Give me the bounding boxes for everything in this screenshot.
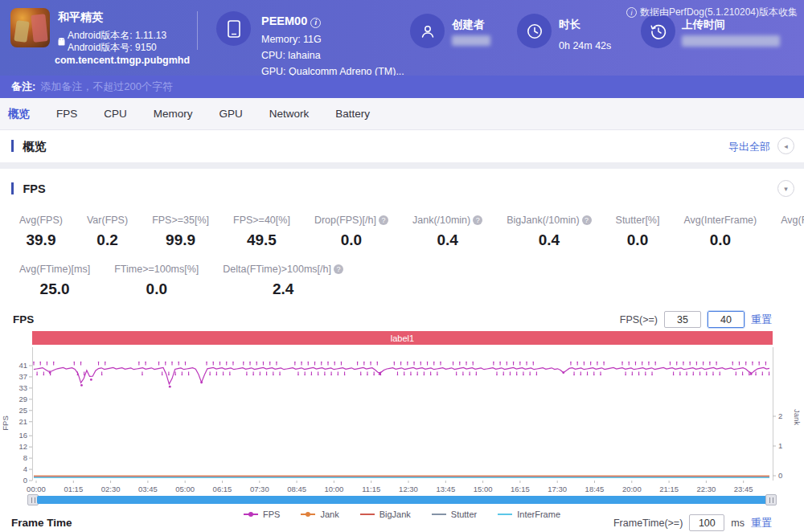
duration-label: 时长: [559, 18, 580, 32]
metric-label: FTime>=100ms[%]: [114, 264, 199, 275]
frame-time-threshold-input[interactable]: [689, 514, 724, 531]
svg-text:18:45: 18:45: [585, 485, 605, 493]
metric-value: 0.2: [87, 231, 128, 249]
info-icon[interactable]: i: [626, 7, 637, 18]
tab-0[interactable]: 概览: [8, 107, 30, 121]
help-icon[interactable]: ?: [379, 215, 388, 225]
tab-3[interactable]: Memory: [154, 108, 193, 120]
svg-text:08:45: 08:45: [287, 485, 306, 493]
help-icon[interactable]: ?: [582, 215, 592, 225]
device-info-icon[interactable]: i: [310, 18, 321, 28]
svg-text:16:15: 16:15: [511, 485, 530, 493]
svg-text:0: 0: [23, 476, 27, 485]
frame-time-unit: ms: [731, 518, 745, 529]
svg-text:8: 8: [23, 453, 27, 462]
fps-line-chart[interactable]: 0481216212529333741FPS012Jank00:0001:150…: [0, 345, 804, 494]
chart-overlay-band: label1: [32, 331, 773, 345]
overview-title-wrap: 概览: [11, 139, 46, 154]
metric-label: Drop(FPS)[/h]?: [314, 215, 388, 226]
tab-1[interactable]: FPS: [56, 108, 77, 120]
metric-cell: BigJank(/10min)?0.4: [507, 215, 591, 249]
tab-2[interactable]: CPU: [104, 108, 127, 120]
duration-icon: [517, 14, 552, 48]
tab-bar: 概览FPSCPUMemoryGPUNetworkBattery: [0, 98, 804, 130]
metric-cell: Delta(FTime)>100ms[/h]?2.4: [223, 264, 343, 298]
collect-note: i 数据由PerfDog(5.1.210204)版本收集: [626, 6, 798, 19]
header-divider: [197, 11, 198, 50]
metric-cell: Avg(FPS)39.9: [19, 215, 63, 249]
svg-text:03:45: 03:45: [138, 485, 158, 493]
metric-cell: Avg(FPS+InterFrame)39.9: [781, 215, 804, 249]
chart-overlay-label: label1: [391, 334, 414, 343]
metric-value: 99.9: [152, 231, 209, 249]
metric-value: 25.0: [19, 280, 90, 298]
help-icon[interactable]: ?: [334, 264, 343, 274]
section-gap: [0, 162, 804, 169]
upload-time-label: 上传时间: [682, 18, 725, 32]
metric-value: 0.4: [412, 231, 482, 249]
svg-text:0: 0: [778, 471, 782, 480]
metric-value: 0.0: [314, 231, 388, 249]
metric-label: BigJank(/10min)?: [507, 215, 591, 226]
creator-icon: [410, 14, 445, 48]
legend-marker: [498, 514, 512, 515]
frame-time-reset-link[interactable]: 重置: [751, 516, 772, 530]
svg-text:00:00: 00:00: [27, 485, 46, 493]
svg-text:02:30: 02:30: [101, 485, 121, 493]
metric-cell: Avg(InterFrame)0.0: [683, 215, 757, 249]
svg-text:FPS: FPS: [1, 415, 10, 430]
svg-text:06:15: 06:15: [213, 485, 232, 493]
svg-text:16: 16: [18, 431, 27, 440]
fps-section-header: FPS: [11, 182, 46, 196]
duration-value: 0h 24m 42s: [559, 40, 611, 51]
svg-text:12: 12: [18, 442, 27, 451]
legend-marker: [360, 514, 375, 515]
svg-text:17:30: 17:30: [548, 485, 567, 493]
svg-text:21:15: 21:15: [659, 485, 679, 493]
svg-text:Jank: Jank: [793, 409, 802, 425]
creator-label: 创建者: [452, 18, 485, 32]
svg-text:4: 4: [23, 464, 27, 473]
upload-time-value-redacted: [682, 35, 780, 47]
metric-cell: FPS>=35[%]99.9: [152, 215, 209, 249]
fps-reset-link[interactable]: 重置: [751, 313, 772, 327]
svg-text:1: 1: [778, 441, 782, 450]
frame-time-controls: FrameTime(>=) ms 重置: [613, 514, 772, 531]
metric-cell: Jank(/10min)?0.4: [412, 215, 482, 249]
frame-time-title: Frame Time: [11, 517, 72, 529]
chart-scrollbar[interactable]: [27, 494, 777, 505]
metric-value: 2.4: [223, 280, 343, 298]
fps-filter-controls: FPS(>=) 重置: [620, 311, 772, 328]
frame-time-filter-label: FrameTime(>=): [613, 518, 683, 529]
svg-text:11:15: 11:15: [362, 485, 380, 493]
overview-collapse-button[interactable]: ◂: [777, 137, 794, 154]
metric-value: 0.4: [507, 231, 591, 249]
scrollbar-track[interactable]: [37, 496, 767, 504]
help-icon[interactable]: ?: [473, 215, 482, 225]
perfdog-report-page: 和平精英 Android版本名: 1.11.13 Android版本号: 915…: [0, 0, 804, 532]
svg-text:01:15: 01:15: [64, 485, 83, 493]
svg-text:33: 33: [18, 383, 27, 392]
svg-text:2: 2: [778, 411, 782, 420]
metric-label: Jank(/10min)?: [412, 215, 482, 226]
tab-6[interactable]: Battery: [335, 108, 370, 120]
note-bar[interactable]: 备注: 添加备注，不超过200个字符: [0, 76, 804, 98]
metric-label: Stutter[%]: [616, 215, 660, 226]
metric-cell: FTime>=100ms[%]0.0: [114, 264, 199, 298]
scrollbar-right-handle[interactable]: [765, 494, 777, 505]
fps-threshold-input-1[interactable]: [664, 311, 701, 328]
tab-5[interactable]: Network: [269, 108, 310, 120]
svg-text:41: 41: [18, 361, 27, 370]
fps-collapse-button[interactable]: ▾: [777, 180, 794, 197]
overview-section-header: 概览 导出全部 ◂: [0, 130, 804, 162]
creator-value-redacted: [452, 35, 490, 46]
export-all-link[interactable]: 导出全部: [728, 140, 770, 154]
note-label: 备注:: [11, 80, 35, 94]
svg-text:21: 21: [18, 417, 27, 426]
fps-metrics-row-2: Avg(FTime)[ms]25.0FTime>=100ms[%]0.0Delt…: [19, 264, 343, 298]
android-icon: [57, 35, 66, 50]
fps-threshold-input-2[interactable]: [708, 311, 745, 328]
tab-4[interactable]: GPU: [219, 108, 243, 120]
device-name: PEEM00 i: [261, 14, 321, 28]
metric-label: Avg(InterFrame): [683, 215, 757, 226]
